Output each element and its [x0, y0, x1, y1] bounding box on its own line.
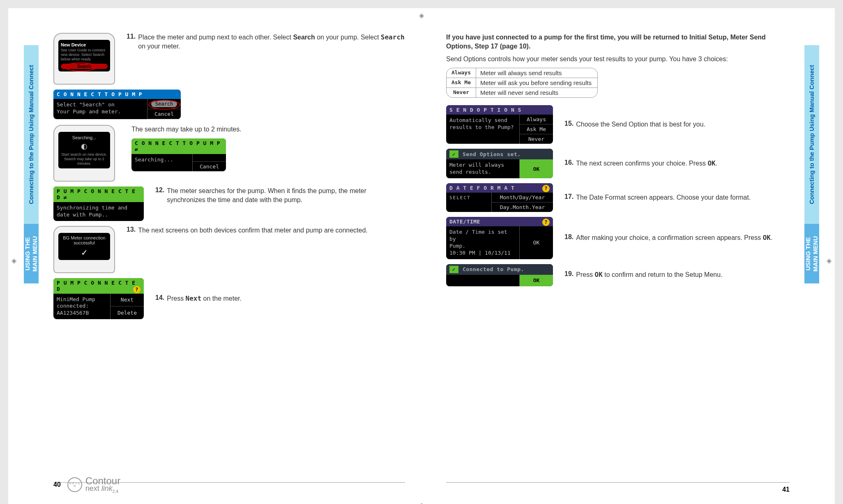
meter-header: ✓Send Options set.: [446, 149, 553, 159]
meter-always-option: Always: [520, 115, 553, 124]
step-11: 11. Place the meter and pump next to eac…: [127, 33, 405, 51]
tab-section: Connecting to the Pump Using Manual Conn…: [28, 65, 35, 204]
help-icon: ?: [542, 219, 550, 226]
meter-header: S E N D O P T I O N S: [446, 105, 553, 115]
meter-ok-option: OK: [520, 159, 553, 178]
meter-delete-option: Delete: [111, 306, 144, 319]
meter-ok-option: OK: [520, 275, 553, 286]
meter-searching: C O N N E C T T O P U M P ⇄ Searching...…: [131, 138, 226, 171]
step-18: 18. After making your choice, a confirma…: [564, 233, 772, 242]
sync-icon: ⇄: [135, 146, 138, 152]
meter-date-format: D A T E F O R M A T? SELECT Month/Day/Ye…: [446, 183, 553, 212]
meter-askme-option: Ask Me: [520, 124, 553, 134]
pump-searching-text: Start search on new device. Search may t…: [61, 152, 108, 166]
search-note: The search may take up to 2 minutes.: [131, 125, 405, 134]
side-tab-left: Connecting to the Pump Using Manual Conn…: [24, 45, 39, 283]
check-icon: ✓: [61, 248, 108, 258]
step-15: 15. Choose the Send Option that is best …: [564, 120, 705, 129]
pump-illustration-searching: Searching... ◐ Start search on new devic…: [53, 125, 115, 181]
check-icon: ✓: [449, 150, 458, 158]
tab-chapter: USING THEMAIN MENU: [804, 236, 819, 272]
step-13: 13. The next screens on both devices con…: [127, 226, 368, 235]
tab-chapter: USING THEMAIN MENU: [24, 236, 39, 272]
tab-section: Connecting to the Pump Using Manual Conn…: [808, 65, 815, 204]
meter-pump-connected-sync: P U M P C O N N E C T E D ⇄ Synchronizin…: [53, 186, 144, 221]
meter-ok-option: OK: [520, 226, 553, 259]
meter-next-option: Next: [111, 294, 144, 307]
meter-cancel-option: Cancel: [193, 161, 226, 171]
pump-screen-title: New Device: [61, 42, 108, 47]
meter-cancel-option: Cancel: [147, 109, 181, 119]
spinner-icon: ◐: [61, 142, 108, 151]
step-19: 19. Press OK to confirm and return to th…: [564, 270, 723, 279]
page-right: Connecting to the Pump Using Manual Conn…: [422, 8, 835, 504]
intro-bold: If you have just connected to a pump for…: [446, 33, 790, 51]
intro-regular: Send Options controls how your meter sen…: [446, 55, 790, 64]
bayer-logo-icon: B A Y E R: [67, 477, 82, 492]
meter-send-options-set: ✓Send Options set. Meter will alwayssend…: [446, 149, 553, 178]
meter-header: C O N N E C T T O P U M P ⇄: [131, 138, 226, 154]
page-footer-right: 41: [422, 486, 835, 493]
pump-connected-sub: successful: [61, 240, 108, 245]
page-spread: ◈ ◈ ◈ ◈ Connecting to the Pump Using Man…: [8, 8, 835, 504]
step-14: 14. Press Next on the meter.: [155, 294, 242, 303]
meter-header: P U M P C O N N E C T E D?: [53, 278, 144, 294]
side-tab-right: Connecting to the Pump Using Manual Conn…: [804, 45, 819, 283]
step-17: 17. The Date Format screen appears. Choo…: [564, 193, 751, 202]
page-footer-left: 40 B A Y E R Contour next link2.4: [8, 476, 422, 493]
step-16: 16. The next screen confirms your choice…: [564, 159, 717, 168]
pump-screen-text: See User Guide to connect new device. Se…: [61, 48, 108, 61]
pump-connected-title: BG Meter connection: [61, 235, 108, 240]
meter-header: C O N N E C T T O P U M P: [53, 90, 181, 99]
step-12: 12. The meter searches for the pump. Whe…: [155, 186, 405, 205]
meter-header: D A T E F O R M A T?: [446, 183, 553, 193]
meter-send-options: S E N D O P T I O N S Automatically send…: [446, 105, 553, 144]
meter-connected-to-pump: ✓Connected to Pump. OK: [446, 264, 553, 286]
select-label: SELECT: [446, 193, 491, 212]
meter-date-dmy: Day.Month.Year: [492, 203, 553, 212]
footer-divider: [446, 482, 790, 483]
page-number: 40: [53, 481, 61, 488]
meter-date-time: DATE/TIME? Date / Time is set byPump.10:…: [446, 217, 553, 259]
pump-illustration-connected: BG Meter connection successful ✓: [53, 226, 115, 273]
pump-illustration-new-device: New Device See User Guide to connect new…: [53, 33, 115, 85]
help-icon: ?: [542, 185, 550, 192]
meter-connect-to-pump: C O N N E C T T O P U M P Select "Search…: [53, 90, 181, 119]
meter-date-mdy: Month/Day/Year: [492, 193, 553, 203]
send-options-table: AlwaysMeter will always send results Ask…: [446, 68, 598, 98]
check-icon: ✓: [449, 266, 458, 273]
brand-logo: B A Y E R Contour next link2.4: [67, 476, 120, 493]
help-icon: ?: [133, 286, 140, 293]
meter-never-option: Never: [520, 134, 553, 144]
pump-searching-title: Searching...: [61, 135, 108, 140]
meter-header: P U M P C O N N E C T E D ⇄: [53, 186, 144, 202]
page-number: 41: [782, 486, 790, 493]
sync-icon: ⇄: [64, 194, 67, 200]
page-left: Connecting to the Pump Using Manual Conn…: [8, 8, 422, 504]
meter-header: ✓Connected to Pump.: [446, 264, 553, 275]
meter-minimed-connected: P U M P C O N N E C T E D? MiniMed Pumpc…: [53, 278, 144, 320]
meter-header: DATE/TIME?: [446, 217, 553, 226]
